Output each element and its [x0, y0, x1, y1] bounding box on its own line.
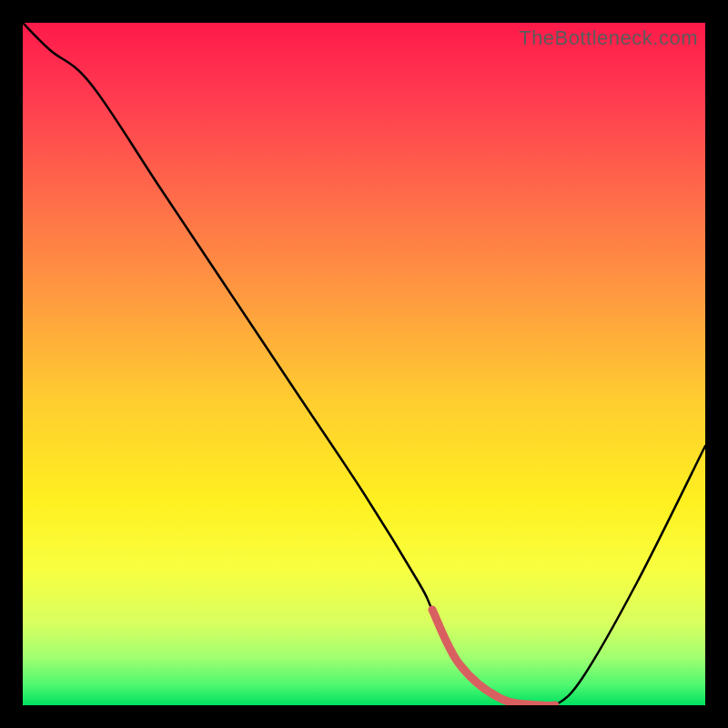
watermark-text: TheBottleneck.com	[519, 26, 698, 50]
bottleneck-chart	[23, 23, 705, 705]
bottleneck-highlight-segment	[432, 610, 555, 705]
bottleneck-curve-line	[23, 23, 705, 705]
chart-frame: TheBottleneck.com	[23, 23, 705, 705]
